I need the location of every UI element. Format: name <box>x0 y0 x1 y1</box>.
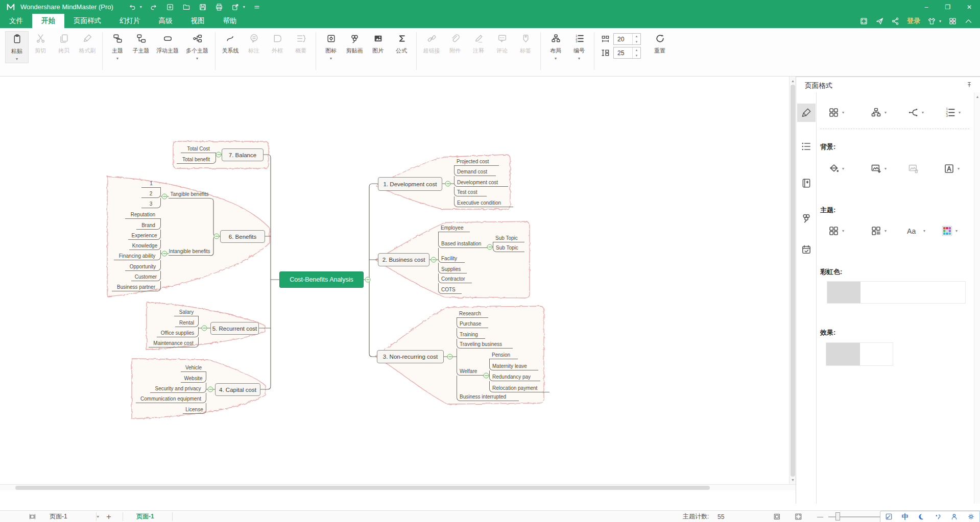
zoom-slider-handle[interactable] <box>835 512 840 520</box>
subtopic[interactable]: Knowledge <box>129 240 161 250</box>
subtopic[interactable]: Total Cost <box>181 145 216 153</box>
minimize-button[interactable]: – <box>916 0 937 14</box>
collapse-button[interactable] <box>447 354 453 360</box>
ime-user-icon[interactable] <box>950 513 958 520</box>
task-tab[interactable] <box>797 240 816 259</box>
subtopic[interactable]: Relocation payment <box>489 381 549 392</box>
redo-icon[interactable] <box>149 3 158 12</box>
page-layout-button[interactable]: ▾ <box>870 107 887 118</box>
v-spacing-arrows[interactable]: ▲▼ <box>632 47 640 58</box>
style-brush-tab[interactable] <box>797 104 816 122</box>
subtopic[interactable]: Executive condition <box>454 196 513 207</box>
subtopic[interactable]: Business partner <box>112 281 161 291</box>
collapse-ribbon-icon[interactable] <box>964 17 973 26</box>
theme-shirt-icon[interactable] <box>927 17 936 26</box>
apps-grid-icon[interactable] <box>948 17 957 26</box>
subtopic[interactable]: Maternity leave <box>489 359 538 370</box>
subtopic[interactable]: Maintenance cost <box>149 337 199 347</box>
subtopic[interactable]: Rental <box>175 316 199 327</box>
collapse-button[interactable] <box>162 251 168 257</box>
subtopic[interactable]: Based installation <box>438 232 487 248</box>
collapse-button[interactable] <box>484 373 489 379</box>
subtopic[interactable]: Projected cost <box>454 158 499 166</box>
floating-topic-button[interactable]: 浮动主题 <box>153 31 182 62</box>
tab-page-style[interactable]: 页面样式 <box>64 14 110 28</box>
subtopic[interactable]: COTS <box>438 283 462 294</box>
tab-home[interactable]: 开始 <box>32 14 64 28</box>
subtopic[interactable]: Customer <box>131 271 161 281</box>
export-caret-icon[interactable]: ▾ <box>243 5 245 9</box>
connector-style-button[interactable]: ▾ <box>907 107 924 118</box>
bg-fill-color-button[interactable]: ▾ <box>828 163 844 175</box>
topic-capital-cost[interactable]: 4. Capital cost <box>215 383 260 396</box>
subtopic[interactable]: Website <box>181 372 206 383</box>
subtopic[interactable]: Pension <box>489 351 518 359</box>
page-select-dropdown[interactable]: 页面-1▾ <box>50 511 99 522</box>
subtopic[interactable]: Supplies <box>438 263 467 274</box>
subtopic[interactable]: Training <box>457 328 485 339</box>
save-icon[interactable] <box>198 3 207 12</box>
new-file-icon[interactable] <box>165 3 175 12</box>
outline-list-tab[interactable] <box>797 137 816 156</box>
canvas-vertical-scrollbar[interactable]: ▲ ▼ <box>789 77 796 484</box>
mark-icon-button[interactable]: 图标▾ <box>319 31 343 62</box>
undo-icon[interactable] <box>128 3 137 12</box>
collapse-button[interactable] <box>208 387 213 392</box>
reset-button[interactable]: 重置 <box>648 31 672 62</box>
subtopic[interactable]: Traveling business <box>457 339 513 349</box>
picture-button[interactable]: 图片 <box>366 31 390 62</box>
formula-button[interactable]: 公式 <box>390 31 413 62</box>
subtopic[interactable]: Reputation <box>125 211 161 219</box>
topic-business-cost[interactable]: 2. Business cost <box>378 253 429 266</box>
collapse-button[interactable] <box>214 234 220 239</box>
effect-swatch[interactable] <box>826 343 860 365</box>
clipart-tab[interactable] <box>797 209 816 227</box>
tab-advanced[interactable]: 高级 <box>150 14 182 28</box>
pin-icon[interactable] <box>966 81 973 90</box>
share-icon[interactable] <box>891 17 900 26</box>
subtopic[interactable]: License <box>183 403 206 414</box>
tab-help[interactable]: 帮助 <box>214 14 246 28</box>
page-overview-icon[interactable] <box>29 511 36 522</box>
subtopic[interactable]: Office supplies <box>157 327 199 337</box>
topic-development-cost[interactable]: 1. Development cost <box>378 177 442 191</box>
multiple-topics-button[interactable]: 多个主题▾ <box>182 31 212 62</box>
rainbow-swatch[interactable] <box>827 282 861 303</box>
subtopic[interactable]: 1 <box>141 180 161 188</box>
zoom-out-button[interactable]: — <box>817 511 823 522</box>
collapse-button[interactable] <box>365 277 371 283</box>
tab-slideshow[interactable]: 幻灯片 <box>110 14 150 28</box>
fullscreen-mode-icon[interactable] <box>859 17 868 26</box>
mindmap-canvas[interactable]: Cost-Benefits Analysis 7. Balance 6. Ben… <box>0 77 789 484</box>
subtopic[interactable]: Test cost <box>454 187 487 196</box>
tab-file[interactable]: 文件 <box>0 14 32 28</box>
fit-window-icon[interactable] <box>773 511 781 522</box>
subtopic[interactable]: Financing ability <box>114 250 161 260</box>
ime-settings-icon[interactable] <box>967 513 975 520</box>
tab-view[interactable]: 视图 <box>182 14 214 28</box>
subtopic[interactable]: Communication equipment <box>136 393 206 403</box>
collapse-button[interactable] <box>162 194 168 200</box>
theme-caret-icon[interactable]: ▾ <box>939 19 941 23</box>
undo-caret-icon[interactable]: ▾ <box>140 5 142 9</box>
subtopic[interactable]: Sub Topic <box>493 242 524 252</box>
bg-image-button[interactable]: ▾ <box>870 163 887 175</box>
subtopic[interactable]: Intangible benefits <box>169 247 210 256</box>
collapse-button[interactable] <box>431 257 437 263</box>
collapse-button[interactable] <box>202 326 207 331</box>
collapse-button[interactable] <box>216 152 222 158</box>
close-button[interactable]: ✕ <box>959 0 980 14</box>
central-topic[interactable]: Cost-Benefits Analysis <box>279 271 364 288</box>
topic-button[interactable]: 主题▾ <box>106 31 129 62</box>
subtopic[interactable]: Facility <box>438 248 465 263</box>
canvas-horizontal-scrollbar[interactable] <box>0 484 796 490</box>
ime-tool-icon[interactable] <box>885 513 893 520</box>
collapse-button[interactable] <box>445 181 451 187</box>
subtopic[interactable]: Development cost <box>454 176 508 187</box>
effect-option[interactable] <box>826 342 893 366</box>
collapse-button[interactable] <box>487 244 493 250</box>
relationship-button[interactable]: 关系线 <box>219 31 242 62</box>
subtopic[interactable]: Research <box>457 310 488 318</box>
h-spacing-stepper[interactable]: 20 ▲▼ <box>613 33 641 45</box>
subtopic[interactable]: Security and privacy <box>150 383 206 393</box>
